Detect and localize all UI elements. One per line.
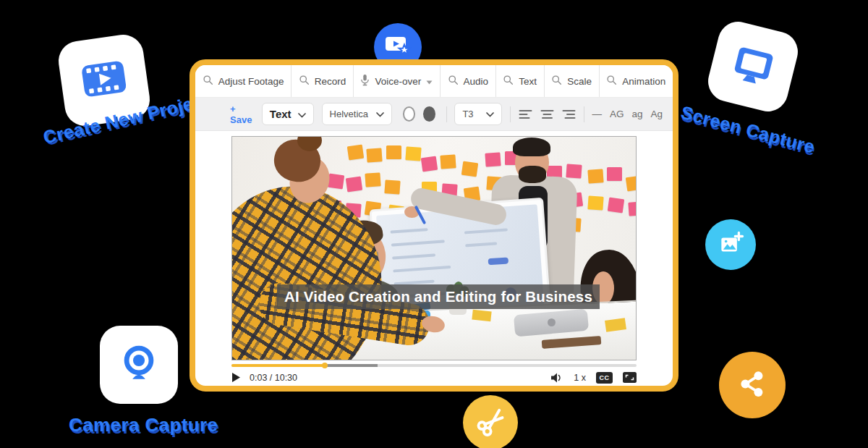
caret-down-icon — [426, 76, 433, 87]
menu-label: Animation — [622, 76, 665, 87]
screen-capture-card — [704, 17, 802, 116]
editor-window: Adjust Footage Record Voice-over Audio T… — [190, 59, 678, 392]
chevron-down-icon — [298, 108, 306, 120]
format-bar: + Save Text Helvetica T3 — AG ag Ag — [195, 98, 673, 131]
sticky-note — [608, 198, 624, 214]
case-lower-button[interactable]: ag — [631, 109, 642, 119]
screen-capture-label: Screen Capture — [678, 101, 817, 157]
font-value: Helvetica — [330, 109, 368, 119]
seek-bar-buffered — [325, 364, 378, 367]
camera-capture-card — [100, 326, 178, 404]
image-plus-icon — [717, 229, 744, 260]
sticky-note — [347, 145, 364, 161]
canvas: { "floating": { "create_new_project": "C… — [0, 0, 868, 448]
seek-bar-played — [231, 364, 325, 367]
sticky-note — [421, 156, 438, 172]
sticky-note — [566, 164, 582, 178]
align-right-button[interactable] — [562, 109, 576, 119]
align-left-button[interactable] — [519, 109, 532, 119]
sticky-note — [607, 167, 622, 181]
menu-label: Voice-over — [375, 76, 421, 87]
text-style-dropdown[interactable]: Text — [262, 103, 314, 125]
menu-label: Scale — [567, 76, 592, 87]
color-swatch-gray[interactable] — [423, 106, 435, 122]
text-style-value: Text — [270, 108, 292, 120]
sticky-note — [626, 176, 637, 192]
align-center-button[interactable] — [540, 109, 554, 119]
presenter-beard — [519, 166, 546, 183]
color-swatch-white[interactable] — [403, 106, 415, 122]
menu-item-audio[interactable]: Audio — [441, 65, 496, 97]
divider — [510, 106, 511, 122]
menu-label: Record — [315, 76, 346, 87]
search-icon — [448, 75, 459, 88]
captions-button[interactable]: CC — [596, 372, 613, 384]
sticky-note — [405, 146, 421, 161]
sticky-note — [485, 152, 501, 166]
menu-item-animation[interactable]: Animation — [600, 65, 673, 97]
menu-item-scale[interactable]: Scale — [545, 65, 600, 97]
sticky-note — [587, 169, 603, 183]
microphone-icon — [360, 74, 370, 88]
video-caption: AI Video Creation and Editing for Busine… — [277, 284, 600, 309]
laptop-logo — [548, 318, 556, 326]
film-play-icon — [78, 56, 130, 105]
video-star-icon — [384, 34, 412, 60]
sticky-note — [440, 154, 456, 169]
add-image-badge — [705, 219, 756, 270]
sticky-note — [628, 201, 637, 216]
save-button[interactable]: + Save — [230, 103, 254, 125]
play-button[interactable] — [231, 372, 241, 383]
seek-bar-knob[interactable] — [322, 363, 328, 368]
sticky-note — [386, 145, 401, 159]
sticky-note — [346, 177, 362, 193]
search-icon — [503, 75, 514, 88]
chevron-down-icon — [486, 109, 494, 119]
menu-label: Text — [519, 76, 537, 87]
menu-label: Adjust Footage — [218, 76, 284, 87]
size-value: T3 — [462, 109, 473, 119]
camera-capture-label: Camera Capture — [69, 414, 218, 436]
sticky-note — [366, 148, 382, 162]
font-dropdown[interactable]: Helvetica — [322, 103, 392, 125]
case-title-button[interactable]: Ag — [651, 109, 663, 119]
search-icon — [551, 75, 562, 88]
case-upper-button[interactable]: AG — [610, 109, 624, 119]
trim-badge — [463, 395, 518, 448]
search-icon — [606, 75, 617, 88]
top-menu: Adjust Footage Record Voice-over Audio T… — [195, 65, 673, 98]
menu-item-adjust-footage[interactable]: Adjust Footage — [195, 65, 292, 97]
sticky-note — [384, 179, 400, 194]
volume-button[interactable] — [550, 372, 563, 384]
video-preview[interactable]: AI Video Creation and Editing for Busine… — [231, 136, 637, 360]
share-badge — [719, 352, 786, 418]
time-display: 0:03 / 10:30 — [250, 373, 297, 383]
sticky-note — [461, 161, 478, 177]
playback-speed-button[interactable]: 1 x — [574, 373, 586, 383]
dash-button[interactable]: — — [592, 109, 602, 119]
menu-label: Audio — [464, 76, 489, 87]
search-icon — [299, 75, 310, 88]
sticky-note — [365, 172, 380, 187]
sticky-note — [587, 195, 603, 210]
size-dropdown[interactable]: T3 — [454, 103, 501, 125]
chevron-down-icon — [376, 109, 384, 119]
menu-item-record[interactable]: Record — [292, 65, 354, 97]
presenter-hair — [513, 138, 550, 156]
menu-item-text[interactable]: Text — [496, 65, 545, 97]
seek-bar[interactable] — [231, 364, 637, 367]
menu-item-voice-over[interactable]: Voice-over — [354, 65, 441, 97]
monitor-icon — [728, 42, 778, 91]
search-icon — [203, 75, 213, 88]
divider — [584, 106, 584, 122]
divider — [446, 106, 447, 122]
scissors-icon — [475, 405, 506, 440]
sticky-note-on-table — [472, 310, 491, 322]
player-controls: 0:03 / 10:30 1 x CC — [231, 367, 637, 388]
webcam-icon — [118, 342, 160, 387]
fullscreen-button[interactable] — [623, 372, 637, 383]
share-icon — [735, 366, 770, 404]
sticky-note — [328, 174, 344, 190]
